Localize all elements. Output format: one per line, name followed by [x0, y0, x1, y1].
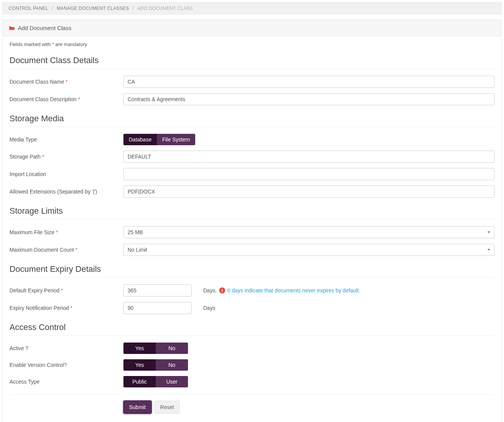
label-media-type: Media Type — [9, 136, 123, 143]
breadcrumb-manage-document-classes[interactable]: MANAGE DOCUMENT CLASSES — [57, 6, 129, 11]
version-control-toggle: Yes No — [123, 359, 188, 371]
media-type-toggle: Database File System — [123, 134, 195, 145]
default-expiry-input[interactable] — [123, 284, 192, 297]
expiry-info-text: 0 days indicate that documents never exp… — [228, 287, 360, 293]
section-heading-details: Document Class Details — [9, 56, 495, 65]
folder-open-icon — [9, 25, 15, 31]
panel-body: Fields marked with * are mandatory Docum… — [3, 36, 501, 422]
access-user[interactable]: User — [156, 376, 188, 387]
max-file-size-select[interactable]: 25 MB — [123, 226, 495, 238]
active-no[interactable]: No — [156, 343, 188, 354]
divider — [9, 127, 495, 127]
allowed-extensions-input[interactable] — [123, 186, 495, 198]
days-unit: Days — [203, 305, 495, 311]
form-actions: Submit Reset — [123, 401, 495, 414]
panel-title: Add Document Class — [18, 25, 71, 31]
label-document-class-description: Document Class Description * — [9, 96, 123, 102]
label-max-document-count: Maximum Document Count * — [9, 247, 123, 253]
version-yes[interactable]: Yes — [123, 359, 156, 371]
section-heading-access: Access Control — [9, 322, 495, 332]
submit-button[interactable]: Submit — [123, 401, 152, 414]
document-class-description-input[interactable] — [123, 93, 495, 105]
active-yes[interactable]: Yes — [123, 343, 156, 354]
storage-path-input[interactable] — [123, 151, 495, 163]
section-heading-limits: Storage Limits — [9, 206, 495, 216]
label-allowed-extensions: Allowed Extensions (Separated by '|') — [9, 189, 123, 195]
label-access-type: Access Type — [9, 379, 123, 385]
expiry-notification-input[interactable] — [123, 302, 192, 314]
label-storage-path: Storage Path * — [9, 154, 123, 160]
max-document-count-select[interactable]: No Limit — [123, 244, 495, 256]
breadcrumb-control-panel[interactable]: CONTROL PANEL — [9, 6, 48, 11]
label-expiry-notification: Expiry Notification Period * — [9, 305, 123, 311]
divider — [9, 219, 495, 219]
section-heading-expiry: Document Expiry Details — [9, 264, 495, 274]
divider — [9, 335, 495, 336]
breadcrumb: CONTROL PANEL / MANAGE DOCUMENT CLASSES … — [2, 2, 502, 14]
panel-header: Add Document Class — [3, 20, 501, 36]
label-max-file-size: Maximum File Size * — [9, 229, 123, 235]
info-icon: i — [219, 287, 225, 293]
breadcrumb-separator: / — [52, 6, 53, 11]
label-default-expiry: Default Expiry Period * — [9, 287, 123, 293]
label-active: Active ? — [9, 345, 123, 351]
active-toggle: Yes No — [123, 343, 188, 354]
section-heading-storage: Storage Media — [9, 114, 495, 124]
mandatory-note: Fields marked with * are mandatory — [9, 41, 495, 47]
breadcrumb-current: ADD DOCUMENT CLASS — [137, 6, 193, 11]
media-type-filesystem[interactable]: File System — [157, 134, 195, 145]
media-type-database[interactable]: Database — [123, 134, 157, 145]
days-label: Days. — [203, 287, 217, 293]
panel-add-document-class: Add Document Class Fields marked with * … — [2, 20, 502, 422]
divider — [9, 68, 495, 69]
divider — [9, 277, 495, 278]
access-public[interactable]: Public — [123, 376, 156, 387]
document-class-name-input[interactable] — [123, 76, 495, 88]
label-version-control: Enable Version Control? — [9, 362, 123, 368]
breadcrumb-separator: / — [133, 6, 134, 11]
label-document-class-name: Document Class Name * — [9, 79, 123, 85]
reset-button[interactable]: Reset — [155, 401, 180, 414]
import-location-input[interactable] — [123, 168, 495, 180]
divider — [9, 394, 495, 395]
expiry-hint: Days. i 0 days indicate that documents n… — [203, 287, 495, 293]
version-no[interactable]: No — [156, 359, 188, 371]
access-type-toggle: Public User — [123, 376, 188, 387]
label-import-location: Import Location — [9, 171, 123, 177]
